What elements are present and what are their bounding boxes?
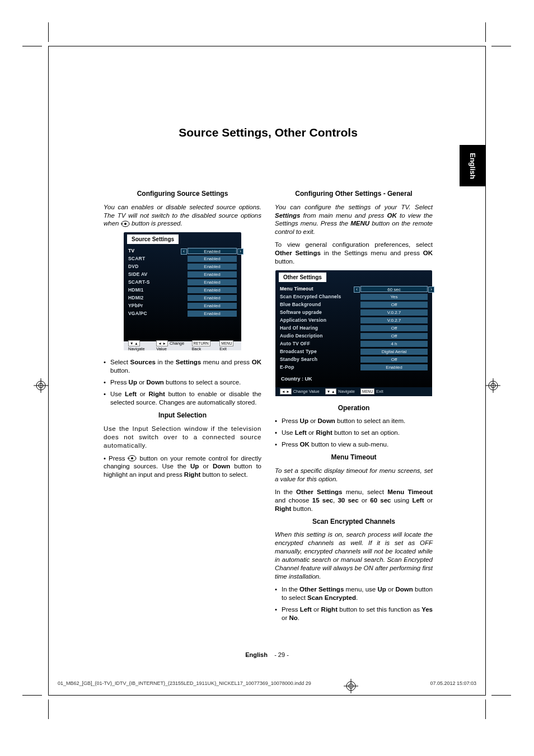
text: Right bbox=[321, 606, 338, 613]
osd-row-label: SCART bbox=[128, 256, 188, 262]
text: or bbox=[203, 463, 213, 469]
text: • Press bbox=[104, 455, 128, 462]
text: or bbox=[424, 497, 433, 504]
osd-row: Hard Of HearingOff bbox=[275, 325, 432, 332]
text: button to set this function as bbox=[338, 606, 421, 613]
list-item: Press OK button to view a sub-menu. bbox=[275, 440, 433, 449]
text: No bbox=[289, 614, 297, 621]
hint-label: Change Value bbox=[293, 389, 320, 394]
osd-row: YPbPrEnabled bbox=[124, 302, 241, 309]
osd-row-label: Menu Timeout bbox=[280, 286, 360, 292]
osd-row-value: Enabled bbox=[188, 303, 237, 309]
text: Down bbox=[213, 463, 230, 469]
osd-row: Standby SearchOff bbox=[275, 356, 432, 363]
hint-key: ◄ ► bbox=[156, 340, 168, 346]
osd-row-label: TV bbox=[128, 248, 188, 254]
text: menu, use bbox=[344, 586, 377, 593]
footer-metadata: 01_MB62_[GB]_(01-TV)_IDTV_(IB_INTERNET)_… bbox=[58, 680, 476, 686]
list-item: Press Left or Right button to set this f… bbox=[275, 605, 433, 622]
page-title: Source Settings, Other Controls bbox=[104, 126, 433, 139]
osd-row-label: HDMI1 bbox=[128, 287, 188, 293]
osd-row-label: SIDE AV bbox=[128, 271, 188, 278]
chevron-right-icon: › bbox=[428, 287, 434, 293]
paragraph: When this setting is on, search process … bbox=[275, 530, 433, 581]
osd-row-value: V.0.2.7 bbox=[360, 309, 428, 316]
osd-title: Source Settings bbox=[127, 234, 179, 244]
text: Left bbox=[412, 497, 424, 504]
svg-point-13 bbox=[124, 223, 127, 225]
list-item: In the Other Settings menu, use Up or Do… bbox=[275, 585, 433, 602]
osd-row-value: Off bbox=[360, 302, 428, 308]
text: You can configure the settings of your T… bbox=[275, 204, 433, 210]
osd-row-label: YPbPr bbox=[128, 303, 188, 309]
osd-row-label: Application Version bbox=[280, 317, 360, 323]
osd-row: Broadcast TypeDigital Aerial bbox=[275, 348, 432, 355]
osd-row: Audio DescriptionOff bbox=[275, 332, 432, 340]
text: Yes bbox=[421, 606, 433, 613]
osd-row: E-PopEnabled bbox=[275, 364, 432, 371]
osd-row: HDMI2Enabled bbox=[124, 294, 241, 302]
text: Up bbox=[190, 463, 199, 469]
section-heading: Menu Timeout bbox=[275, 453, 433, 462]
text: English bbox=[245, 651, 268, 658]
chevron-left-icon: ‹ bbox=[181, 248, 187, 255]
osd-footer: ◄ ►Change Value ▼ ▲Navigate MENUExit bbox=[275, 387, 432, 396]
text: or bbox=[282, 614, 289, 621]
osd-row-value: Enabled bbox=[188, 256, 237, 262]
osd-row-value: Digital Aerial bbox=[360, 349, 428, 355]
section-heading: Scan Encrypted Channels bbox=[275, 518, 433, 527]
osd-row: Application VersionV.0.2.7 bbox=[275, 317, 432, 324]
text: or bbox=[386, 586, 396, 593]
hint-key: RETURN bbox=[192, 340, 210, 346]
source-button-icon bbox=[121, 220, 130, 227]
list-item: Press Up or Down button to select an ite… bbox=[275, 417, 433, 425]
text: OK bbox=[423, 250, 433, 256]
country-label: Country : UK bbox=[275, 372, 432, 383]
text: MENU bbox=[350, 220, 369, 227]
osd-row-label: E-Pop bbox=[280, 364, 360, 370]
hint-key: ◄ ► bbox=[280, 388, 292, 395]
text: button. bbox=[275, 258, 294, 265]
osd-row: DVDEnabled bbox=[124, 263, 241, 270]
osd-row-value: Enabled bbox=[188, 264, 237, 270]
text: or bbox=[359, 497, 371, 504]
source-settings-osd: Source Settings TVEnabled‹›SCARTEnabledD… bbox=[124, 232, 241, 350]
osd-row-label: SCART-S bbox=[128, 279, 188, 285]
section-heading: Configuring Other Settings - General bbox=[275, 190, 433, 199]
section-heading: Configuring Source Settings bbox=[104, 190, 261, 199]
osd-row-value: Enabled bbox=[188, 295, 237, 301]
text: using bbox=[391, 497, 413, 504]
section-heading: Input Selection bbox=[104, 411, 261, 420]
osd-row-value: Enabled bbox=[188, 279, 237, 285]
osd-row: Software upgradeV.0.2.7 bbox=[275, 309, 432, 316]
intro-paragraph: You can enables or disable selected sour… bbox=[104, 203, 261, 228]
osd-row-value: Enabled bbox=[188, 271, 237, 278]
crop-mark bbox=[491, 695, 511, 696]
text: from main menu and press bbox=[303, 212, 387, 219]
text: and choose bbox=[275, 497, 312, 504]
text: Press bbox=[282, 606, 300, 613]
osd-row-label: Auto TV OFF bbox=[280, 341, 360, 347]
osd-row-value: Off bbox=[360, 325, 428, 331]
text: Left bbox=[300, 606, 312, 613]
osd-rows: Menu Timeout60 sec‹›Scan Encrypted Chann… bbox=[275, 285, 432, 371]
osd-row-label: HDMI2 bbox=[128, 295, 188, 301]
crop-mark bbox=[22, 695, 42, 696]
osd-row-value: Enabled bbox=[188, 287, 237, 293]
osd-row-value: Yes bbox=[360, 294, 428, 300]
text: Scan Encrypted bbox=[307, 594, 356, 601]
bullet-list: Press Up or Down button to select an ite… bbox=[275, 417, 433, 449]
osd-row-value: Enabled‹› bbox=[188, 248, 237, 254]
text: 15 sec bbox=[312, 497, 333, 504]
hint-key: ▼ ▲ bbox=[325, 388, 337, 395]
page-frame: English Source Settings, Other Controls … bbox=[48, 46, 486, 696]
paragraph: • Press button on your remote control fo… bbox=[104, 454, 261, 480]
language-tab: English bbox=[460, 145, 485, 186]
hint-label: Exit bbox=[376, 389, 383, 394]
text: . bbox=[298, 614, 299, 621]
text: Other Settings bbox=[275, 250, 321, 256]
section-heading: Operation bbox=[275, 404, 433, 413]
paragraph: Use the Input Selection window if the te… bbox=[104, 425, 261, 450]
osd-row-label: Standby Search bbox=[280, 356, 360, 363]
osd-row: VGA/PCEnabled bbox=[124, 310, 241, 317]
